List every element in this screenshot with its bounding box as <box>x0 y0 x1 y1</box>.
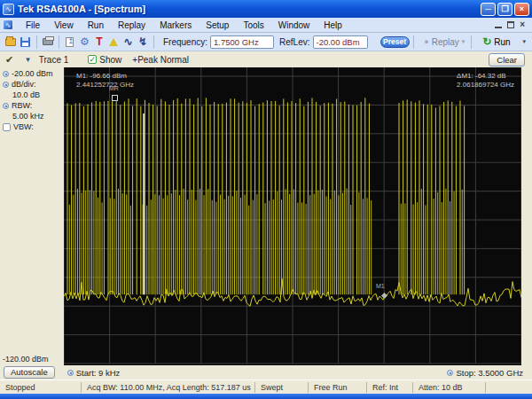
show-checkbox[interactable]: ✓ <box>88 55 97 64</box>
frequency-input[interactable] <box>210 35 274 49</box>
menu-tools[interactable]: Tools <box>236 20 270 31</box>
run-label: Run <box>494 37 510 47</box>
run-dropdown-icon[interactable]: ▾ <box>523 38 527 45</box>
delta-m1-frequency: 2.061869724 GHz <box>457 81 514 90</box>
vertical-settings-panel: -20.00 dBm dB/div: 10.0 dB RBW: 5.00 kHz… <box>0 67 64 365</box>
window-title: Tek RSA6100A - [Spectrum] <box>18 4 479 14</box>
close-button[interactable]: × <box>514 3 529 16</box>
print-icon[interactable] <box>43 35 53 49</box>
clear-button[interactable]: Clear <box>489 53 525 66</box>
toolbar-separator <box>59 35 59 49</box>
start-frequency-label[interactable]: Start: 9 kHz <box>76 368 121 378</box>
marker-delta-readout: ΔM1: -64.32 dB 2.061869724 GHz <box>457 72 514 90</box>
open-icon[interactable] <box>5 35 16 49</box>
trace-select-chevron-icon[interactable]: ▾ <box>26 55 30 64</box>
db-div-row[interactable]: dB/div: <box>0 78 64 89</box>
spectrum-plot[interactable]: M1: -96.66 dBm 2.441252722 GHz ΔM1: -64.… <box>64 67 521 365</box>
replay-button[interactable]: ● Replay ▾ <box>424 37 467 47</box>
toolbar-separator <box>36 35 37 49</box>
menu-view[interactable]: View <box>47 20 81 31</box>
db-div-label: dB/div: <box>12 80 36 89</box>
mdi-restore-icon[interactable] <box>507 21 514 28</box>
knob-icon[interactable] <box>447 370 453 376</box>
start-frequency[interactable]: Start: 9 kHz <box>67 368 121 378</box>
rbw-label: RBW: <box>12 101 32 110</box>
trace-name[interactable]: Trace 1 <box>39 55 69 65</box>
bottom-level-value: -120.00 dBm <box>3 355 49 364</box>
trace-icon[interactable]: ∿ <box>122 35 133 49</box>
spectrum-trace-svg <box>64 67 521 365</box>
m1-level: M1: -96.66 dBm <box>76 72 134 81</box>
status-attenuation: Atten: 10 dB <box>413 382 486 393</box>
stop-frequency-label[interactable]: Stop: 3.5000 GHz <box>456 368 523 378</box>
replay-label: Replay <box>432 37 459 47</box>
status-acquisition: Acq BW: 110.00 MHz, Acq Length: 517.187 … <box>82 382 255 393</box>
toolbar-separator <box>153 35 154 49</box>
frequency-span-row: Autoscale Start: 9 kHz Stop: 3.5000 GHz <box>0 365 532 379</box>
knob-icon[interactable] <box>67 370 74 376</box>
db-div-value[interactable]: 10.0 dB <box>0 90 64 99</box>
menu-setup[interactable]: Setup <box>199 20 236 31</box>
mdi-close-icon[interactable]: × <box>520 21 525 28</box>
stop-frequency[interactable]: Stop: 3.5000 GHz <box>447 368 523 378</box>
toolbar-separator <box>413 35 414 49</box>
status-sweep-mode: Swept <box>255 382 309 393</box>
status-trigger-mode: Free Run <box>309 382 367 393</box>
peak-marker-icon[interactable] <box>108 35 119 49</box>
replay-dot-icon: ● <box>424 37 428 46</box>
toolbar-separator <box>471 35 472 49</box>
mr-marker-label: MR <box>109 85 119 91</box>
mdi-window-controls: × <box>495 21 532 28</box>
trace-enabled-check-icon[interactable]: ✔ <box>5 54 13 66</box>
menu-replay[interactable]: Replay <box>111 20 153 31</box>
m1-marker-label: M1 <box>376 283 385 289</box>
delta-m1-level: ΔM1: -64.32 dB <box>457 72 514 81</box>
knob-icon[interactable] <box>3 103 9 109</box>
menu-markers[interactable]: Markers <box>153 20 199 31</box>
ref-level-value[interactable]: -20.00 dBm <box>12 69 53 78</box>
detection-mode-label: +Peak Normal <box>132 55 189 65</box>
export-icon[interactable] <box>65 35 75 49</box>
show-label: Show <box>99 55 121 65</box>
save-icon[interactable] <box>20 35 30 49</box>
status-reference: Ref: Int <box>367 382 413 393</box>
replay-dropdown-icon[interactable]: ▾ <box>462 38 466 45</box>
document-icon: ∿ <box>3 20 13 30</box>
minimize-button[interactable]: ─ <box>481 3 496 16</box>
vbw-row[interactable]: VBW: <box>0 121 64 131</box>
reflev-label: RefLev: <box>279 37 309 47</box>
run-button[interactable]: ↻ Run <box>482 35 510 48</box>
knob-icon[interactable] <box>3 82 9 88</box>
vbw-checkbox[interactable] <box>3 123 11 131</box>
status-run-state: Stopped <box>0 382 82 393</box>
menu-bar: ∿ File View Run Replay Markers Setup Too… <box>0 18 532 33</box>
rbw-row[interactable]: RBW: <box>0 99 64 110</box>
status-bar: Stopped Acq BW: 110.00 MHz, Acq Length: … <box>0 379 532 394</box>
reflev-input[interactable] <box>313 35 368 49</box>
menu-window[interactable]: Window <box>271 20 317 31</box>
menu-run[interactable]: Run <box>81 20 111 31</box>
ref-level-row[interactable]: -20.00 dBm <box>0 67 64 78</box>
toolbar: ⚙ T ∿ ↯ Frequency: RefLev: Preset ● Repl… <box>0 33 532 51</box>
autoscale-button[interactable]: Autoscale <box>4 366 55 379</box>
mdi-minimize-icon[interactable] <box>495 21 502 28</box>
vbw-label: VBW: <box>13 122 34 131</box>
title-bar: ∿ Tek RSA6100A - [Spectrum] ─ ❒ × <box>0 0 532 18</box>
text-marker-icon[interactable]: T <box>94 35 105 49</box>
frequency-label: Frequency: <box>163 37 207 47</box>
knob-icon[interactable] <box>3 71 9 77</box>
preset-button[interactable]: Preset <box>380 36 410 48</box>
status-empty <box>486 382 532 393</box>
m1-frequency: 2.441252722 GHz <box>76 81 134 90</box>
trace-bar: ✔ ▾ Trace 1 ✓ Show +Peak Normal Clear <box>0 51 532 67</box>
rbw-value[interactable]: 5.00 kHz <box>0 112 64 121</box>
app-icon: ∿ <box>3 4 14 15</box>
mr-marker-icon[interactable] <box>112 95 118 101</box>
menu-help[interactable]: Help <box>317 20 349 31</box>
signal-analysis-icon[interactable]: ↯ <box>137 35 148 49</box>
marker-m1-readout: M1: -96.66 dBm 2.441252722 GHz <box>76 72 134 90</box>
restore-button[interactable]: ❒ <box>497 3 512 16</box>
run-icon: ↻ <box>482 35 491 48</box>
settings-gear-icon[interactable]: ⚙ <box>79 35 90 49</box>
menu-file[interactable]: File <box>19 20 47 31</box>
